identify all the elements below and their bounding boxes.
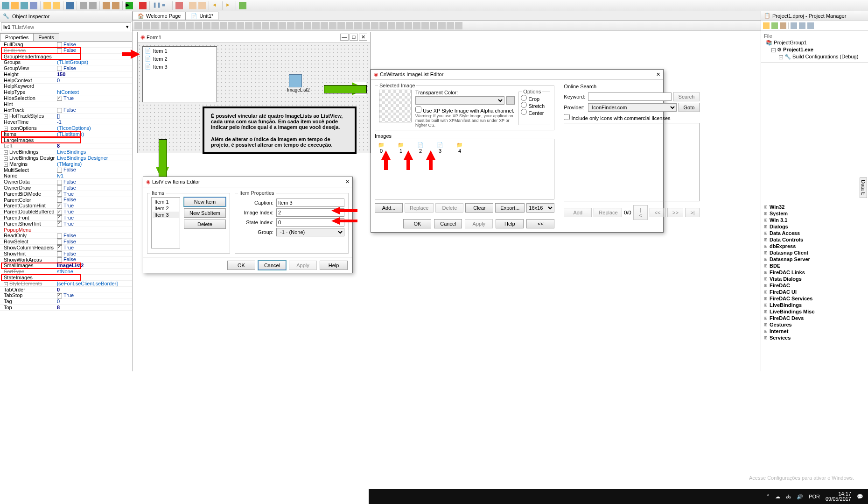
align-icon[interactable] — [337, 22, 345, 29]
property-row[interactable]: +HotTrackStyles[] — [0, 114, 132, 120]
tab-properties[interactable]: Properties — [0, 33, 34, 41]
new-item-button[interactable]: New Item — [184, 197, 226, 206]
tb-icon[interactable] — [2, 2, 9, 9]
onedrive-icon[interactable]: ☁ — [775, 494, 780, 500]
align-icon[interactable] — [253, 22, 261, 29]
property-row[interactable]: LargeImages — [0, 137, 132, 143]
palette-category[interactable]: FireDAC UI — [763, 289, 868, 295]
search-button[interactable]: Search — [673, 92, 700, 101]
palette-category[interactable]: Data Access — [763, 230, 868, 236]
property-row[interactable]: ParentShowHintTrue — [0, 221, 132, 227]
property-row[interactable]: GroupViewFalse — [0, 65, 132, 71]
crop-radio[interactable] — [521, 95, 527, 101]
align-icon[interactable] — [287, 22, 294, 29]
back-button[interactable]: << — [526, 219, 554, 228]
add-button[interactable]: Add... — [375, 203, 403, 213]
ok-button[interactable]: OK — [403, 219, 431, 228]
align-icon[interactable] — [388, 22, 395, 29]
books-icon[interactable] — [239, 2, 246, 9]
brush-icon[interactable] — [198, 2, 206, 9]
listview-component[interactable]: 📄Item 1 📄Item 2 📄Item 3 — [142, 46, 217, 102]
align-icon[interactable] — [430, 22, 437, 29]
align-icon[interactable] — [220, 22, 227, 29]
network-icon[interactable]: 🖧 — [786, 494, 791, 499]
align-icon[interactable] — [455, 22, 462, 29]
property-row[interactable]: TabStopTrue — [0, 292, 132, 298]
language-indicator[interactable]: POR — [809, 494, 820, 499]
align-icon[interactable] — [413, 22, 420, 29]
caption-input[interactable] — [276, 199, 344, 207]
transparent-select[interactable] — [415, 96, 504, 105]
pm-btn[interactable] — [807, 22, 814, 29]
property-row[interactable]: RowSelectFalse — [0, 239, 132, 245]
align-icon[interactable] — [143, 22, 150, 29]
palette-category[interactable]: Internet — [763, 328, 868, 334]
tb-icon[interactable] — [21, 2, 28, 9]
align-icon[interactable] — [228, 22, 236, 29]
pm-btn[interactable] — [780, 22, 786, 29]
property-row[interactable]: HelpTypehtContext — [0, 89, 132, 95]
size-select[interactable]: 16x16 — [526, 203, 554, 213]
property-row[interactable]: TabOrder0 — [0, 287, 132, 293]
property-row[interactable]: Height150 — [0, 71, 132, 78]
property-row[interactable]: SortTypestNone — [0, 269, 132, 275]
clock[interactable]: 14:17 09/05/2017 — [826, 491, 851, 502]
tb-icon[interactable] — [89, 2, 97, 9]
palette-category[interactable]: Win32 — [763, 204, 868, 210]
property-row[interactable]: HotTrackFalse — [0, 107, 132, 114]
property-row[interactable]: Left8 — [0, 143, 132, 149]
center-radio[interactable] — [521, 109, 527, 115]
bug-icon[interactable] — [139, 2, 147, 9]
property-row[interactable]: ShowHintFalse — [0, 251, 132, 257]
property-row[interactable]: ShowColumnHeadersTrue — [0, 245, 132, 251]
palette-category[interactable]: dbExpress — [763, 243, 868, 249]
tray-up-icon[interactable]: ˄ — [767, 494, 770, 500]
component-selector[interactable]: lv1 TListView ▾ — [1, 22, 131, 31]
palette-category[interactable]: Data Controls — [763, 236, 868, 243]
align-icon[interactable] — [151, 22, 159, 29]
property-row[interactable]: Hint — [0, 101, 132, 107]
property-row[interactable]: PopupMenu — [0, 227, 132, 233]
brush-icon[interactable] — [189, 2, 196, 9]
minimize-icon[interactable]: — — [340, 34, 349, 41]
property-row[interactable]: ShowWorkAreasFalse — [0, 257, 132, 263]
align-icon[interactable] — [203, 22, 210, 29]
align-icon[interactable] — [329, 22, 336, 29]
property-row[interactable]: +LiveBindings DesignerLiveBindings Desig… — [0, 155, 132, 161]
align-icon[interactable] — [295, 22, 303, 29]
cancel-button[interactable]: Cancel — [258, 261, 286, 270]
palette-category[interactable]: Services — [763, 334, 868, 341]
palette-category[interactable]: BDE — [763, 263, 868, 269]
notifications-icon[interactable]: 💬 — [857, 494, 863, 500]
palette-category[interactable]: Win 3.1 — [763, 217, 868, 223]
tb-icon[interactable] — [112, 2, 119, 9]
palette-category[interactable]: Dialogs — [763, 223, 868, 230]
list-item[interactable]: Item 2 — [153, 205, 179, 212]
palette-category[interactable]: FireDAC — [763, 282, 868, 289]
align-icon[interactable] — [195, 22, 202, 29]
delete-button[interactable]: Delete — [184, 220, 226, 229]
property-row[interactable]: ParentColorFalse — [0, 197, 132, 203]
keyword-input[interactable] — [588, 92, 671, 101]
align-icon[interactable] — [279, 22, 286, 29]
align-icon[interactable] — [134, 22, 142, 29]
property-row[interactable]: StateImages — [0, 275, 132, 281]
palette-category[interactable]: Vista Dialogs — [763, 276, 868, 282]
align-icon[interactable] — [178, 22, 185, 29]
list-item[interactable]: Item 1 — [153, 199, 179, 205]
align-icon[interactable] — [346, 22, 353, 29]
property-row[interactable]: Top8 — [0, 305, 132, 311]
list-item[interactable]: Item 3 — [153, 212, 179, 218]
align-icon[interactable] — [379, 22, 387, 29]
pm-btn[interactable] — [771, 22, 778, 29]
align-icon[interactable] — [354, 22, 362, 29]
align-icon[interactable] — [169, 22, 177, 29]
palette-category[interactable]: LiveBindings Misc — [763, 308, 868, 315]
align-icon[interactable] — [438, 22, 446, 29]
tab-unit1[interactable]: 📄Unit1* — [186, 12, 218, 20]
tb-icon[interactable] — [80, 2, 87, 9]
property-row[interactable]: +IconOptions(TIconOptions) — [0, 125, 132, 131]
tb-icon[interactable] — [53, 2, 60, 9]
align-icon[interactable] — [304, 22, 311, 29]
imagelist-component[interactable]: ImageList2 — [287, 74, 304, 91]
